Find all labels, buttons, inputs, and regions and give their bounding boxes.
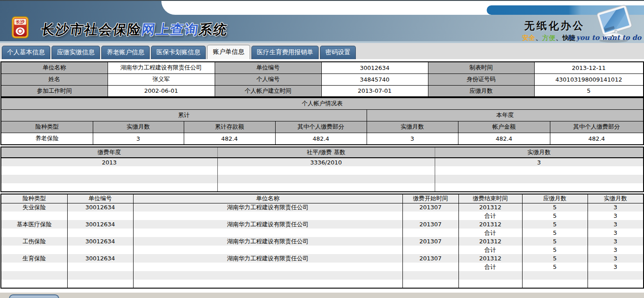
table-cell: 湖南华力工程建设有限责任公司	[133, 220, 402, 229]
footer-bar	[0, 293, 644, 298]
insurance-detail-table: 险种类型单位编号单位名称缴费开始时间缴费结束时间应缴月数实缴月数 失业保险300…	[0, 194, 644, 289]
table-cell: 单位编号	[67, 194, 133, 203]
table-cell: 5	[522, 212, 588, 220]
table-row	[1, 280, 644, 288]
account-data-rows: 养老保险3482.4482.43482.4482.4	[1, 133, 644, 145]
group-header-cumulative: 累计	[1, 109, 367, 121]
table-cell: 合计	[458, 246, 522, 254]
table-cell: 5	[522, 263, 588, 271]
table-cell: 3	[588, 203, 644, 212]
table-cell: 5	[522, 220, 588, 229]
table-cell	[67, 280, 133, 288]
table-cell: 单位名称	[1, 62, 108, 73]
tab-bar: 个人基本信息 应缴实缴信息 养老账户信息 医保卡划账信息 账户单信息 医疗生育费…	[0, 43, 644, 59]
table-cell: 姓名	[1, 73, 108, 85]
english-slogan: Is you to want to do	[567, 34, 641, 42]
table-cell	[435, 166, 644, 175]
table-cell: 合计	[458, 212, 522, 220]
table-cell	[1, 166, 217, 175]
table-cell	[435, 183, 644, 192]
table-cell	[67, 229, 133, 237]
table-cell: 合计	[458, 263, 522, 271]
table-cell: 张义军	[108, 73, 215, 85]
table-cell: 3336/2010	[217, 158, 435, 166]
table-row: 险种类型实缴月数累计存款额其中个人缴费部分实缴月数帐户金额其中个人缴费部分	[1, 121, 644, 133]
table-cell: 5	[522, 237, 588, 246]
table-cell: 30012634	[321, 62, 428, 73]
table-cell	[522, 280, 588, 288]
table-cell	[435, 175, 644, 183]
table-cell: 累计存款额	[184, 121, 275, 133]
table-cell: 201307	[402, 220, 458, 229]
bottom-button-partial[interactable]	[9, 294, 59, 298]
table-cell: 实缴月数	[93, 121, 184, 133]
year-column-headers: 缴费年度社平/缴费 基数实缴月数	[1, 147, 644, 158]
table-cell: 实缴月数	[588, 194, 644, 203]
slogan-sep: 、	[556, 34, 562, 41]
personal-info-rows: 单位名称湖南华力工程建设有限责任公司单位编号30012634制表时间2013-1…	[1, 62, 644, 97]
table-cell: 应缴月数	[428, 85, 534, 97]
table-cell: 生育保险	[1, 254, 67, 263]
table-cell: 482.4	[550, 133, 644, 145]
table-cell: 3	[588, 220, 644, 229]
table-cell	[1, 183, 217, 192]
table-cell: 单位名称	[133, 194, 402, 203]
tab-pension-account-info[interactable]: 养老账户信息	[101, 46, 150, 59]
table-cell	[67, 271, 133, 280]
table-cell: 个人帐户建立时间	[215, 85, 321, 97]
table-cell: 缴费年度	[1, 147, 217, 158]
account-column-headers: 险种类型实缴月数累计存款额其中个人缴费部分实缴月数帐户金额其中个人缴费部分	[1, 121, 644, 133]
table-cell: 缴费开始时间	[402, 194, 458, 203]
table-cell	[402, 212, 458, 220]
social-insurance-emblem-icon: 长沙	[12, 16, 29, 39]
tab-payable-paid-info[interactable]: 应缴实缴信息	[52, 46, 100, 59]
insurance-column-headers: 险种类型单位编号单位名称缴费开始时间缴费结束时间应缴月数实缴月数	[1, 194, 644, 203]
tab-personal-basic-info[interactable]: 个人基本信息	[2, 46, 50, 59]
table-row: 累计 本年度	[1, 109, 644, 121]
tab-medical-card-transfer-info[interactable]: 医保卡划账信息	[151, 46, 206, 59]
table-cell	[1, 212, 67, 220]
table-row: 合计53	[1, 212, 644, 220]
table-cell: 养老保险	[1, 133, 93, 145]
table-cell	[67, 212, 133, 220]
table-row: 单位名称湖南华力工程建设有限责任公司单位编号30012634制表时间2013-1…	[1, 62, 644, 73]
site-title-part-1: 长沙市社会保险	[40, 22, 143, 37]
table-row: 工伤保险30012634湖南华力工程建设有限责任公司20130720131253	[1, 237, 644, 246]
table-cell: 险种类型	[1, 121, 93, 133]
table-row: 姓名张义军个人编号34845740身份证号码430103198009141012	[1, 73, 644, 85]
table-row	[1, 183, 644, 192]
svg-text:长沙: 长沙	[16, 19, 25, 24]
table-row: 养老保险3482.4482.43482.4482.4	[1, 133, 644, 145]
table-cell: 工伤保险	[1, 237, 67, 246]
table-cell	[133, 280, 402, 288]
table-cell	[217, 183, 435, 192]
table-cell: 201312	[458, 220, 522, 229]
tab-account-statement-info[interactable]: 账户单信息	[207, 45, 250, 59]
table-cell: 3	[588, 263, 644, 271]
tab-password-settings[interactable]: 密码设置	[320, 46, 356, 59]
account-table-title: 个人帐户情况表	[1, 98, 644, 109]
table-row	[1, 166, 644, 175]
table-cell: 基本医疗保险	[1, 220, 67, 229]
table-cell: 2013-07-01	[321, 85, 428, 97]
table-cell: 30012634	[67, 237, 133, 246]
table-cell: 5	[522, 254, 588, 263]
table-cell: 201312	[458, 237, 522, 246]
table-cell: 3	[588, 229, 644, 237]
app-window: 长沙 长沙市社会保险网上查询系统 无纸化办公 安全、方便、快捷 Is you t…	[0, 0, 644, 298]
table-cell: 实缴月数	[435, 147, 644, 158]
tab-medical-maternity-reimbursement[interactable]: 医疗生育费用报销单	[251, 46, 319, 59]
table-cell: 34845740	[321, 73, 428, 85]
table-cell: 201307	[402, 254, 458, 263]
table-cell	[133, 212, 402, 220]
table-cell: 3	[588, 246, 644, 254]
table-cell	[1, 271, 67, 280]
table-cell: 帐户金额	[458, 121, 550, 133]
table-cell: 其中个人缴费部分	[550, 121, 644, 133]
table-cell: 201312	[458, 254, 522, 263]
table-cell	[1, 175, 217, 183]
table-cell: 482.4	[184, 133, 275, 145]
site-title-part-2: 网上查询	[141, 22, 200, 37]
table-row: 参加工作时间2002-06-01个人帐户建立时间2013-07-01应缴月数5	[1, 85, 644, 97]
table-cell: 制表时间	[428, 62, 534, 73]
